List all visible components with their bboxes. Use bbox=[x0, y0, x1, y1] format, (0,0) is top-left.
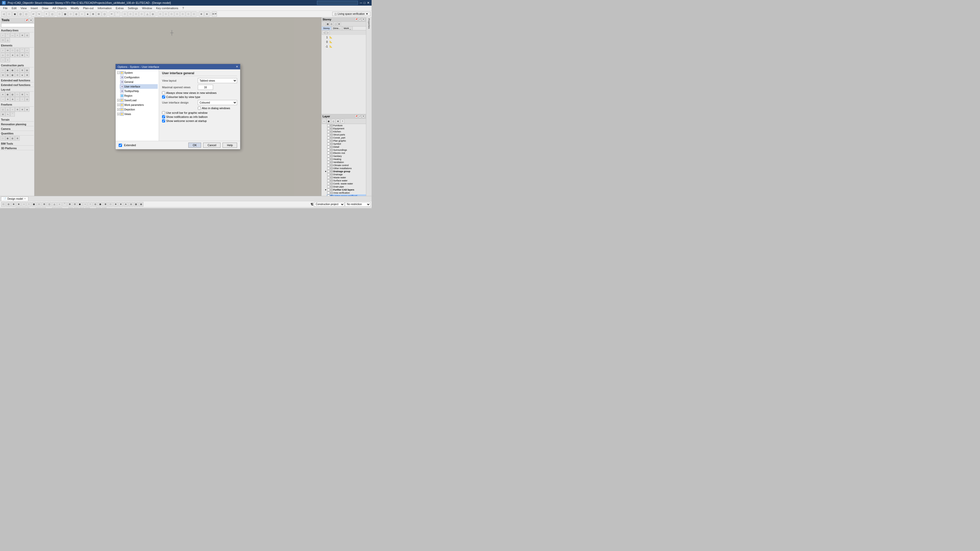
layer-eye-surroundings[interactable] bbox=[327, 149, 330, 151]
bottom-btn-7[interactable]: ▦ bbox=[32, 202, 36, 206]
toolbar-btn-5[interactable]: ◻ bbox=[24, 11, 29, 17]
tool-btn-con-1[interactable]: □ bbox=[0, 68, 5, 73]
layer-eye-combwastewater[interactable] bbox=[327, 183, 330, 185]
bottom-btn-15[interactable]: ⊡ bbox=[73, 202, 77, 206]
tool-btn-el-10[interactable]: ◎ bbox=[15, 53, 20, 57]
tool-btn-qty-2[interactable]: ▦ bbox=[5, 136, 10, 141]
layer-row-symbol[interactable]: Symbol bbox=[327, 142, 366, 145]
tree-node-configuration[interactable]: ⚙ Configuration bbox=[120, 75, 158, 79]
layer-row-detail[interactable]: Detail bbox=[327, 145, 366, 148]
tools-close-btn[interactable]: ✕ bbox=[29, 18, 33, 22]
close-btn[interactable]: ✕ bbox=[367, 1, 369, 5]
layer-row-structparts[interactable]: Struct.parts bbox=[327, 133, 366, 136]
toolbar-btn-31[interactable]: □ bbox=[191, 11, 197, 17]
menu-item-file[interactable]: File bbox=[1, 6, 10, 10]
toolbar-btn-1[interactable]: ◁ bbox=[1, 11, 6, 17]
toolbar-btn-29[interactable]: □ bbox=[180, 11, 185, 17]
toolbar-btn-22[interactable]: □ bbox=[139, 11, 144, 17]
tool-btn-aux-4[interactable]: + bbox=[15, 33, 20, 38]
layer-eye-otherinstallations[interactable] bbox=[327, 167, 330, 170]
menu-item-ar-objects[interactable]: AR Objects bbox=[51, 6, 69, 10]
tools-pin-btn[interactable]: 📌 bbox=[25, 18, 29, 22]
checkbox-colourise-input[interactable] bbox=[162, 95, 165, 98]
tool-btn-con-12[interactable]: ⊠ bbox=[25, 73, 29, 77]
tree-expand-system[interactable]: − bbox=[117, 71, 120, 74]
tool-btn-aux-2[interactable]: ⌒ bbox=[5, 33, 10, 38]
bottom-btn-27[interactable]: ▧ bbox=[134, 202, 138, 206]
layer-row-combwastewater[interactable]: Comb. waste water bbox=[327, 182, 366, 185]
layer-row-drainpipe[interactable]: Drain pipe bbox=[327, 185, 366, 188]
tool-btn-el-1[interactable]: / bbox=[0, 48, 5, 52]
checkbox-scrollbar-input[interactable] bbox=[162, 111, 165, 114]
toolbar-btn-15[interactable]: ⊟ bbox=[96, 11, 101, 17]
toolbar-btn-12[interactable]: ○ bbox=[80, 11, 84, 17]
tool-btn-el-9[interactable]: ⊕ bbox=[10, 53, 15, 57]
bottom-btn-10[interactable]: ◻ bbox=[47, 202, 52, 206]
storey-tb-4[interactable]: ◻ bbox=[334, 22, 337, 26]
layer-eye-surfacewater[interactable] bbox=[327, 179, 330, 182]
layer-eye-kitchen[interactable] bbox=[327, 130, 330, 133]
storey-nav-next[interactable]: ▷ bbox=[326, 31, 330, 35]
ok-button[interactable]: OK bbox=[188, 143, 201, 148]
menu-item-settings[interactable]: Settings bbox=[126, 6, 140, 10]
tool-btn-ff-5[interactable]: ⊗ bbox=[20, 107, 24, 112]
tool-btn-el-13[interactable]: → bbox=[0, 58, 5, 62]
bottom-btn-5[interactable]: → bbox=[21, 202, 26, 206]
tool-btn-con-9[interactable]: ▩ bbox=[10, 73, 15, 77]
bottom-btn-21[interactable]: ⊞ bbox=[103, 202, 108, 206]
bottom-btn-3[interactable]: ⊕ bbox=[11, 202, 16, 206]
layer-row-surfacewater[interactable]: Surface water bbox=[327, 179, 366, 182]
bottom-btn-11[interactable]: △ bbox=[52, 202, 57, 206]
tree-node-workparams[interactable]: + 📁 Work parameters bbox=[117, 103, 158, 107]
status-btn-2[interactable]: ▦ bbox=[74, 208, 79, 208]
tool-btn-lay-6[interactable]: ∿ bbox=[25, 92, 29, 97]
tool-btn-qty-3[interactable]: ▧ bbox=[10, 136, 15, 141]
storey-tb-1[interactable]: □ bbox=[322, 22, 326, 26]
minimize-btn[interactable]: ─ bbox=[360, 1, 362, 5]
maximize-btn[interactable]: □ bbox=[364, 1, 366, 5]
toolbar-btn-undo[interactable]: ↩ bbox=[31, 11, 36, 17]
tool-btn-lay-2[interactable]: ▦ bbox=[5, 92, 10, 97]
tool-btn-con-3[interactable]: ▦ bbox=[10, 68, 15, 73]
tool-btn-lay-10[interactable]: → bbox=[15, 97, 20, 102]
layer-row-heating[interactable]: Heating bbox=[327, 158, 366, 161]
paper-select[interactable]: A3 bbox=[52, 208, 62, 208]
toolbar-btn-32[interactable]: ⊕ bbox=[199, 11, 204, 17]
layer-row-furthercad[interactable]: ▼ Further CAD layers bbox=[324, 188, 366, 191]
bottom-btn-19[interactable]: ◎ bbox=[93, 202, 97, 206]
tool-btn-con-5[interactable]: ⊞ bbox=[20, 68, 24, 73]
tool-btn-lay-9[interactable]: ⊗ bbox=[10, 97, 15, 102]
tool-btn-aux-8[interactable]: △ bbox=[5, 38, 10, 42]
tools-search-input[interactable] bbox=[1, 23, 35, 27]
layer-tb-3[interactable]: ◻ bbox=[331, 119, 335, 123]
tree-node-depiction[interactable]: + 📁 Depiction bbox=[117, 107, 158, 112]
lsv-dropdown-icon[interactable]: ▼ bbox=[366, 13, 368, 15]
status-extra-2[interactable]: ⊗ bbox=[102, 208, 107, 208]
layer-eye-drainage[interactable] bbox=[327, 173, 330, 176]
bottom-btn-12[interactable]: ○ bbox=[57, 202, 62, 206]
toolbar-btn-20[interactable]: □ bbox=[128, 11, 133, 17]
status-extra-1[interactable]: ⊕ bbox=[96, 208, 101, 208]
toolbar-btn-21[interactable]: □ bbox=[134, 11, 138, 17]
properties-label[interactable]: Properties bbox=[368, 18, 370, 29]
menu-item-plan-out[interactable]: Plan-out bbox=[81, 6, 96, 10]
bottom-btn-25[interactable]: A bbox=[124, 202, 128, 206]
bottom-btn-23[interactable]: ⊕ bbox=[113, 202, 118, 206]
layer-eye-structparts[interactable] bbox=[327, 133, 330, 136]
layer-row-sanitary[interactable]: Sanitary bbox=[327, 155, 366, 158]
layer-eye-electricinst[interactable] bbox=[327, 152, 330, 154]
tool-btn-ff-3[interactable]: ○ bbox=[10, 107, 15, 112]
tool-btn-qty-1[interactable]: □ bbox=[0, 136, 5, 141]
layer-row-plangraphic[interactable]: Plan graphic bbox=[327, 139, 366, 142]
section-ext-wall[interactable]: Extended wall functions bbox=[0, 78, 34, 83]
menu-item-extras[interactable]: Extras bbox=[114, 6, 126, 10]
tool-btn-el-4[interactable]: ◻ bbox=[15, 48, 20, 52]
checkbox-welcome-input[interactable] bbox=[162, 119, 165, 122]
layer-eye-furthercad[interactable] bbox=[327, 189, 330, 191]
toolbar-btn-4[interactable]: ◫ bbox=[18, 11, 23, 17]
bottom-btn-2[interactable]: ◎ bbox=[6, 202, 11, 206]
menu-item-edit[interactable]: Edit bbox=[10, 6, 19, 10]
bottom-btn-1[interactable]: □ bbox=[1, 202, 6, 206]
layer-eye-plangraphic[interactable] bbox=[327, 140, 330, 142]
layer-eye-drainagegroup[interactable] bbox=[327, 170, 330, 173]
